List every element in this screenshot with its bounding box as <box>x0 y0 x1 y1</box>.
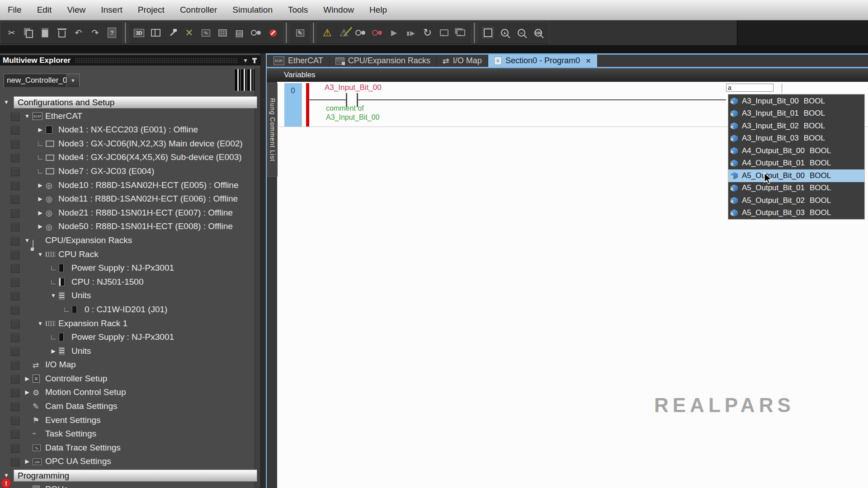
tree-expander-icon[interactable]: ▼ <box>2 95 10 109</box>
menu-edit[interactable]: Edit <box>29 0 60 20</box>
contact-operand-label[interactable]: A3_Input_Bit_00 <box>325 83 382 92</box>
variable-suggestion[interactable]: A5_Output_Bit_02 BOOL <box>728 194 864 207</box>
program-check-icon[interactable]: ▤ <box>231 23 248 42</box>
tree-item-units-2[interactable]: ▶ Units <box>0 344 261 358</box>
tree-expander-icon[interactable]: ▼ <box>36 248 44 262</box>
tree-expander-icon[interactable]: ▶ <box>36 192 44 206</box>
tree-item-cpu-rack[interactable]: ▼ CPU Rack <box>0 248 261 262</box>
tree-item-node7[interactable]: ∟ Node7 : GX-JC03 (E004) <box>0 164 261 178</box>
tree-expander-icon[interactable]: ▼ <box>49 289 57 303</box>
tree-expander-icon[interactable]: ▼ <box>23 234 31 248</box>
tree-item-checkbox[interactable] <box>11 168 19 176</box>
tree-item-task-settings[interactable]: Task Settings <box>0 427 261 441</box>
tree-expander-icon[interactable]: ∟ <box>62 303 71 317</box>
step-run-icon[interactable]: ▶ <box>402 23 419 42</box>
tree-item-data-trace-settings[interactable]: Data Trace Settings <box>0 441 261 455</box>
tree-expander-icon[interactable]: ∟ <box>36 150 44 164</box>
tree-expander-icon[interactable]: ▶ <box>36 178 44 192</box>
comment-window-icon[interactable] <box>453 23 469 42</box>
tree-item-checkbox[interactable] <box>11 375 19 384</box>
tree-item-checkbox[interactable] <box>11 113 19 121</box>
tree-item-cam-data-settings[interactable]: ✎ Cam Data Settings <box>0 399 261 413</box>
paste-icon[interactable] <box>37 23 53 42</box>
tree-item-node10[interactable]: ▶ ◎ Node10 : R88D-1SAN02H-ECT (E005) : O… <box>0 178 261 192</box>
tree-item-node21[interactable]: ▶ ◎ Node21 : R88D-1SN01H-ECT (E007) : Of… <box>0 206 261 220</box>
variable-suggestion[interactable]: A5_Output_Bit_00 BOOL <box>728 169 864 182</box>
tree-item-io-map[interactable]: ⇄ I/O Map <box>0 358 261 372</box>
cut-icon[interactable]: ✂ <box>3 23 20 42</box>
tree-item-checkbox[interactable] <box>11 126 19 135</box>
zoom-100-icon[interactable]: 100 <box>530 23 547 42</box>
undo-icon[interactable]: ↶ <box>70 23 87 42</box>
variable-suggestion[interactable]: A3_Input_Bit_01 BOOL <box>728 108 864 120</box>
warning-icon[interactable]: ⚠ <box>319 23 335 42</box>
tree-item-checkbox[interactable] <box>11 140 19 149</box>
tree-item-checkbox[interactable] <box>11 306 19 314</box>
variables-bar[interactable]: Variables <box>267 68 868 82</box>
tree-item-checkbox[interactable] <box>11 278 19 287</box>
warning-off-icon[interactable]: ⚠ <box>335 23 352 42</box>
tree-item-checkbox[interactable] <box>11 333 19 342</box>
menu-file[interactable]: File <box>0 0 29 20</box>
abort-icon[interactable] <box>264 23 281 42</box>
tree-item-checkbox[interactable] <box>11 389 19 397</box>
tree-item-motion-control-setup[interactable]: ▶ ⚙ Motion Control Setup <box>0 385 261 399</box>
tree-item-pous[interactable]: ▼ POUs <box>0 483 261 488</box>
tree-item-ethercat[interactable]: ▼ EtherCAT <box>0 109 261 123</box>
tree-item-checkbox[interactable] <box>11 458 19 466</box>
tree-item-checkbox[interactable] <box>11 237 19 245</box>
tree-item-node4[interactable]: ∟ Node4 : GX-JC06(X4,X5,X6) Sub-device (… <box>0 150 261 164</box>
copy-icon[interactable] <box>20 23 37 42</box>
tree-item-checkbox[interactable] <box>11 444 19 453</box>
zoom-fit-icon[interactable] <box>480 23 496 42</box>
run-icon[interactable]: ▶ <box>386 23 402 42</box>
tree-item-units-1[interactable]: ▼ Units <box>0 289 261 303</box>
tree-item-node50[interactable]: ▶ ◎ Node50 : R88D-1SN01H-ECT (E008) : Of… <box>0 220 261 234</box>
delete-icon[interactable] <box>53 23 70 42</box>
watch-alert-icon[interactable] <box>369 23 386 42</box>
tree-item-checkbox[interactable] <box>11 417 19 425</box>
tree-expander-icon[interactable]: ∟ <box>36 164 44 178</box>
tree-item-opc-ua-settings[interactable]: ▶ OPC UA Settings <box>0 455 261 469</box>
tree-header-programming[interactable]: ▼ Programming <box>0 469 261 483</box>
build-icon[interactable] <box>164 23 181 42</box>
tree-expander-icon[interactable]: ▼ <box>23 109 31 123</box>
menu-window[interactable]: Window <box>316 0 362 20</box>
variable-suggestion[interactable]: A3_Input_Bit_00 BOOL <box>728 95 864 108</box>
tree-item-controller-setup[interactable]: ▶ Controller Setup <box>0 372 261 386</box>
variable-suggestion[interactable]: A4_Output_Bit_00 BOOL <box>728 145 864 157</box>
tree-item-unit-0[interactable]: ∟ 0 : CJ1W-ID201 (J01) <box>0 303 261 317</box>
tree-expander-icon[interactable]: ▶ <box>49 344 57 358</box>
tree-item-node3[interactable]: ∟ Node3 : GX-JC06(IN,X2,X3) Main device … <box>0 137 261 151</box>
watch-icon[interactable] <box>352 23 369 42</box>
variable-table-icon[interactable] <box>214 23 231 42</box>
tree-item-cpu[interactable]: ∟ CPU : NJ501-1500 <box>0 275 261 289</box>
tree-item-checkbox[interactable] <box>11 320 19 328</box>
zoom-in-icon[interactable]: + <box>496 23 513 42</box>
rung-number-cell[interactable]: 0 <box>284 83 302 127</box>
tree-item-checkbox[interactable] <box>11 154 19 162</box>
menu-simulation[interactable]: Simulation <box>225 0 280 20</box>
tree-expander-icon[interactable]: ∟ <box>36 137 44 151</box>
tab-section0-program0[interactable]: Section0 - Program0 ✕ <box>488 55 598 67</box>
controller-selector[interactable]: new_Controller_0 ▼ <box>4 74 80 87</box>
tree-item-checkbox[interactable] <box>11 347 19 356</box>
menu-insert[interactable]: Insert <box>93 0 130 20</box>
window-layout-icon[interactable] <box>147 23 164 42</box>
tree-item-checkbox[interactable] <box>11 195 19 204</box>
tree-item-checkbox[interactable] <box>11 209 19 218</box>
synchronize-icon[interactable]: ↻ <box>419 23 436 42</box>
tree-expander-icon[interactable]: ▶ <box>36 206 44 220</box>
tree-item-checkbox[interactable] <box>11 182 19 190</box>
tree-expander-icon[interactable]: ∟ <box>49 330 57 344</box>
ladder-editor-icon[interactable]: ✎ <box>292 23 308 42</box>
pin-icon[interactable] <box>254 58 255 63</box>
operand-input[interactable] <box>726 84 774 92</box>
chevron-down-icon[interactable]: ▼ <box>66 74 79 87</box>
tree-item-power-supply-1[interactable]: ∟ Power Supply : NJ-Px3001 <box>0 261 261 275</box>
tree-expander-icon[interactable]: ▼ <box>23 483 31 488</box>
tree-expander-icon[interactable]: ▼ <box>36 317 44 331</box>
menu-project[interactable]: Project <box>130 0 172 20</box>
menu-view[interactable]: View <box>59 0 93 20</box>
tree-item-checkbox[interactable] <box>11 430 19 439</box>
